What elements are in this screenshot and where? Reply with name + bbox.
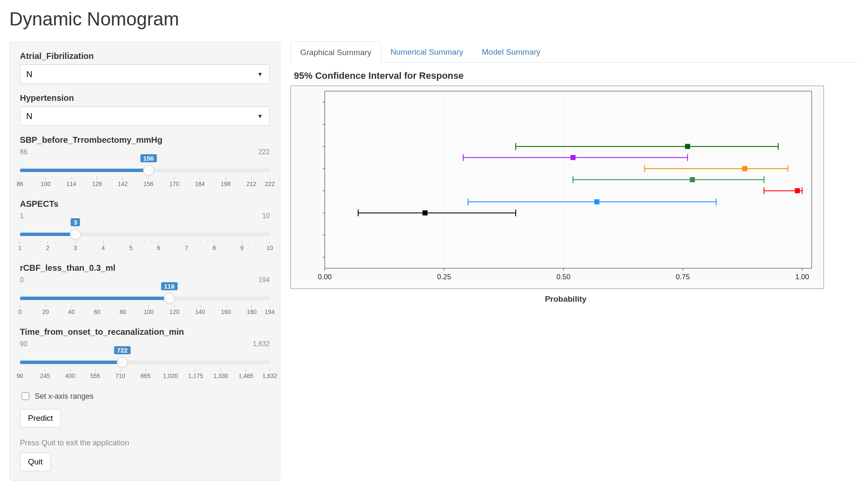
slider-tick: 194 [265, 305, 274, 315]
slider-tick: 9 [240, 241, 244, 251]
slider-tick: 222 [265, 177, 274, 187]
tab-graphical-summary[interactable]: Graphical Summary [290, 42, 381, 63]
svg-text:1.00: 1.00 [795, 273, 809, 281]
slider-tick: 100 [144, 305, 153, 315]
slider-label-aspects: ASPECTs [20, 199, 270, 209]
slider-tick: 1,485 [238, 369, 253, 379]
slider-tick: 8 [213, 241, 216, 251]
af-label: Atrial_Fibrilization [20, 51, 270, 61]
svg-rect-40 [690, 177, 695, 182]
slider-max: 1,632 [253, 340, 270, 348]
slider-tick: 6 [157, 241, 160, 251]
af-select[interactable]: N [20, 64, 270, 84]
slider-tick: 114 [66, 177, 76, 187]
htn-select[interactable]: N [20, 106, 270, 126]
slider-tick: 80 [120, 305, 127, 315]
htn-label: Hypertension [20, 93, 270, 103]
slider-tick: 90 [17, 369, 23, 379]
slider-onset[interactable]: Time_from_onset_to_recanalization_min901… [20, 327, 270, 381]
slider-tick: 180 [247, 305, 257, 315]
slider-tick: 400 [65, 369, 75, 379]
slider-tick: 245 [40, 369, 50, 379]
slider-sbp[interactable]: SBP_before_Trrombectomy_mmHg862221568610… [20, 135, 270, 189]
slider-tick: 1,020 [163, 369, 178, 379]
slider-value-bubble: 722 [114, 346, 130, 354]
slider-tick: 710 [116, 369, 125, 379]
page-title: Dynamic Nomogram [9, 8, 859, 30]
slider-tick: 3 [74, 241, 77, 251]
svg-text:0.75: 0.75 [676, 273, 690, 281]
ci-chart: 0.000.250.500.751.00 [290, 86, 824, 289]
slider-max: 222 [258, 148, 270, 156]
sidebar-panel: Atrial_Fibrilization N ▼ Hypertension N … [9, 42, 280, 481]
svg-text:0.50: 0.50 [556, 273, 570, 281]
predict-button[interactable]: Predict [20, 409, 61, 428]
slider-label-onset: Time_from_onset_to_recanalization_min [20, 327, 270, 337]
svg-rect-52 [423, 210, 428, 215]
slider-value-bubble: 116 [161, 282, 177, 290]
slider-tick: 0 [18, 305, 22, 315]
slider-tick: 7 [185, 241, 188, 251]
slider-tick: 142 [118, 177, 127, 187]
slider-tick: 865 [141, 369, 150, 379]
slider-value-bubble: 3 [71, 218, 80, 226]
slider-tick: 212 [246, 177, 256, 187]
svg-rect-32 [570, 155, 575, 160]
slider-tick: 128 [92, 177, 102, 187]
slider-tick: 156 [144, 177, 153, 187]
quit-help-text: Press Quit to exit the application [20, 439, 270, 447]
slider-max: 194 [258, 276, 270, 284]
chart-area: 0.000.250.500.751.00 Probability [290, 86, 841, 304]
slider-tick: 60 [94, 305, 101, 315]
slider-tick: 1,175 [188, 369, 203, 379]
svg-rect-44 [795, 188, 800, 193]
quit-button[interactable]: Quit [20, 453, 51, 471]
svg-rect-36 [742, 166, 747, 171]
slider-tick: 1,330 [213, 369, 228, 379]
slider-handle[interactable] [117, 357, 128, 368]
slider-min: 90 [20, 340, 28, 348]
xaxis-checkbox[interactable] [22, 392, 29, 400]
slider-tick: 20 [42, 305, 49, 315]
slider-tick: 40 [68, 305, 75, 315]
tab-model-summary[interactable]: Model Summary [473, 42, 550, 62]
slider-tick: 160 [221, 305, 231, 315]
slider-tick: 140 [195, 305, 205, 315]
slider-tick: 555 [90, 369, 100, 379]
slider-rcbf[interactable]: rCBF_less_than_0.3_ml0194116020406080100… [20, 263, 270, 317]
slider-tick: 100 [41, 177, 50, 187]
slider-aspects[interactable]: ASPECTs110312345678910 [20, 199, 270, 253]
slider-handle[interactable] [164, 293, 175, 304]
slider-tick: 1,632 [262, 369, 277, 379]
slider-tick: 120 [169, 305, 179, 315]
slider-tick: 198 [221, 177, 230, 187]
slider-tick: 10 [266, 241, 273, 251]
slider-tick: 4 [102, 241, 105, 251]
slider-tick: 86 [17, 177, 23, 187]
svg-rect-28 [685, 144, 690, 149]
tabs-bar: Graphical SummaryNumerical SummaryModel … [290, 42, 859, 63]
slider-min: 0 [20, 276, 24, 284]
slider-handle[interactable] [70, 229, 81, 240]
slider-handle[interactable] [143, 165, 154, 176]
slider-tick: 170 [169, 177, 179, 187]
slider-label-rcbf: rCBF_less_than_0.3_ml [20, 263, 270, 273]
slider-max: 10 [262, 212, 270, 220]
slider-value-bubble: 156 [140, 154, 157, 162]
slider-tick: 2 [46, 241, 50, 251]
slider-tick: 5 [129, 241, 133, 251]
slider-tick: 184 [195, 177, 205, 187]
chart-title: 95% Confidence Interval for Response [294, 70, 859, 81]
slider-tick: 1 [18, 241, 22, 251]
chart-xlabel: Probability [290, 295, 841, 304]
slider-min: 1 [20, 212, 24, 220]
xaxis-checkbox-label: Set x-axis ranges [35, 392, 94, 401]
svg-text:0.25: 0.25 [437, 273, 451, 281]
slider-label-sbp: SBP_before_Trrombectomy_mmHg [20, 135, 270, 145]
svg-text:0.00: 0.00 [318, 273, 332, 281]
tab-numerical-summary[interactable]: Numerical Summary [381, 42, 473, 62]
svg-rect-48 [594, 199, 600, 204]
slider-min: 86 [20, 148, 28, 156]
